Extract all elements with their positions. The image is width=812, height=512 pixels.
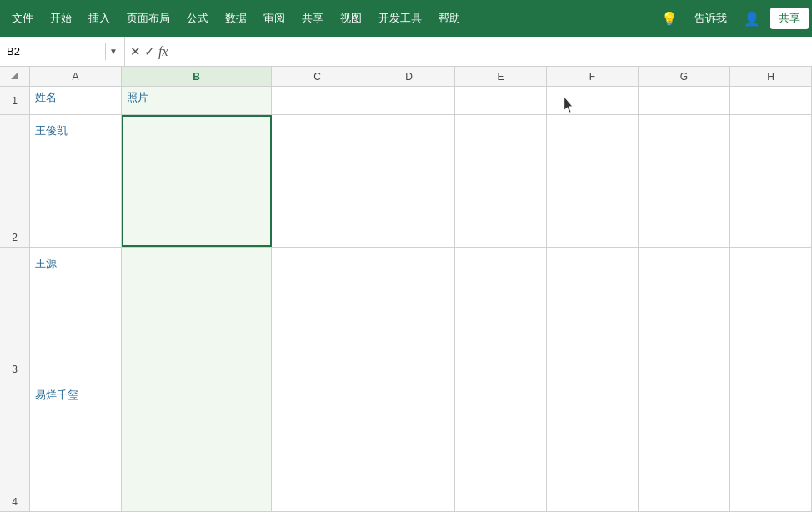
svg-marker-1 <box>564 97 573 113</box>
cell-reference-box[interactable]: B2 ▼ <box>0 37 125 66</box>
cell-b3[interactable] <box>122 248 272 379</box>
col-header-g[interactable]: G <box>639 67 730 86</box>
cell-b2[interactable] <box>122 115 272 247</box>
cell-g1[interactable] <box>639 87 730 114</box>
menu-page-layout[interactable]: 页面布局 <box>118 6 178 31</box>
cell-c2[interactable] <box>272 115 363 247</box>
menu-insert[interactable]: 插入 <box>80 6 118 31</box>
cell-f2[interactable] <box>547 115 639 247</box>
formula-bar: B2 ▼ ✕ ✓ fx <box>0 37 812 67</box>
cell-h1[interactable] <box>730 87 812 114</box>
cell-ref-divider <box>105 43 106 60</box>
cell-d1[interactable] <box>363 87 455 114</box>
table-row: 2 王俊凯 <box>0 115 812 248</box>
col-header-h[interactable]: H <box>730 67 812 86</box>
menu-file[interactable]: 文件 <box>3 6 42 31</box>
spreadsheet: A B C D E F G H 1 姓名 照片 <box>0 67 812 512</box>
menubar-right: 💡 告诉我 👤 共享 <box>654 8 809 30</box>
col-header-c[interactable]: C <box>272 67 363 86</box>
cell-e3[interactable] <box>455 248 547 379</box>
cell-f3[interactable] <box>547 248 639 379</box>
row-num-2: 2 <box>0 115 30 247</box>
cell-h4[interactable] <box>730 379 812 511</box>
menu-share-tab[interactable]: 共享 <box>293 6 332 31</box>
cell-b4[interactable] <box>122 379 272 511</box>
cell-e4[interactable] <box>455 379 547 511</box>
cell-g4[interactable] <box>639 379 730 511</box>
tell-me-button[interactable]: 告诉我 <box>688 8 734 29</box>
menu-formulas[interactable]: 公式 <box>178 6 217 31</box>
row-num-header-corner <box>0 67 30 86</box>
column-header-row: A B C D E F G H <box>0 67 812 87</box>
cell-f1[interactable] <box>547 87 639 114</box>
cell-e1[interactable] <box>455 87 547 114</box>
col-header-b[interactable]: B <box>122 67 272 86</box>
cell-a2-value: 王俊凯 <box>35 124 68 137</box>
cell-h2[interactable] <box>730 115 812 247</box>
cell-b1[interactable]: 照片 <box>122 87 272 114</box>
menu-data[interactable]: 数据 <box>217 6 255 31</box>
lightbulb-icon: 💡 <box>654 8 684 30</box>
share-button[interactable]: 共享 <box>770 8 809 29</box>
cell-e2[interactable] <box>455 115 547 247</box>
confirm-icon[interactable]: ✓ <box>144 44 155 59</box>
col-header-e[interactable]: E <box>455 67 547 86</box>
cell-f4[interactable] <box>547 379 639 511</box>
cell-a3[interactable]: 王源 <box>30 248 122 379</box>
col-header-d[interactable]: D <box>363 67 455 86</box>
cell-d4[interactable] <box>363 379 455 511</box>
cell-a4[interactable]: 易烊千玺 <box>30 379 122 511</box>
row-num-4: 4 <box>0 379 30 511</box>
grid-body: 1 姓名 照片 2 王俊凯 <box>0 87 812 512</box>
cell-a3-value: 王源 <box>35 257 57 269</box>
cell-g3[interactable] <box>639 248 730 379</box>
cell-ref-value: B2 <box>7 45 102 58</box>
user-icon: 👤 <box>737 8 767 30</box>
col-header-f[interactable]: F <box>547 67 639 86</box>
col-header-a[interactable]: A <box>30 67 122 86</box>
cell-a4-value: 易烊千玺 <box>35 389 78 401</box>
menu-view[interactable]: 视图 <box>332 6 370 31</box>
cell-c3[interactable] <box>272 248 363 379</box>
table-row: 4 易烊千玺 <box>0 379 812 512</box>
cell-d3[interactable] <box>363 248 455 379</box>
formula-controls: ✕ ✓ fx <box>125 37 173 66</box>
row-num-1: 1 <box>0 87 30 114</box>
cell-a2[interactable]: 王俊凯 <box>30 115 122 247</box>
select-all-icon[interactable] <box>11 73 19 81</box>
cell-h3[interactable] <box>730 248 812 379</box>
fx-icon[interactable]: fx <box>158 44 168 59</box>
cell-b1-value: 照片 <box>127 91 148 103</box>
cell-d2[interactable] <box>363 115 455 247</box>
menu-home[interactable]: 开始 <box>42 6 80 31</box>
cell-a1[interactable]: 姓名 <box>30 87 122 114</box>
menu-review[interactable]: 审阅 <box>255 6 293 31</box>
svg-marker-0 <box>11 73 18 79</box>
formula-input[interactable] <box>173 37 812 66</box>
row-num-3: 3 <box>0 248 30 379</box>
cell-ref-dropdown-icon[interactable]: ▼ <box>109 47 118 56</box>
cancel-icon[interactable]: ✕ <box>130 44 141 59</box>
menu-help[interactable]: 帮助 <box>430 6 469 31</box>
table-row: 1 姓名 照片 <box>0 87 812 115</box>
menu-developer[interactable]: 开发工具 <box>370 6 430 31</box>
menubar: 文件 开始 插入 页面布局 公式 数据 审阅 共享 视图 开发工具 帮助 💡 告… <box>0 0 812 37</box>
cell-g2[interactable] <box>639 115 730 247</box>
table-row: 3 王源 <box>0 248 812 380</box>
cell-a1-value: 姓名 <box>35 91 57 103</box>
cell-c4[interactable] <box>272 379 363 511</box>
cursor-icon <box>564 97 577 113</box>
cell-c1[interactable] <box>272 87 363 114</box>
